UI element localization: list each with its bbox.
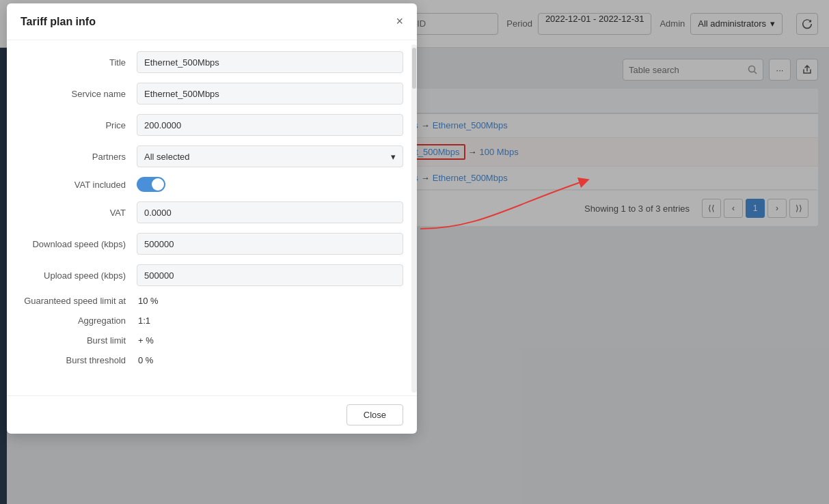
download-speed-input[interactable] (137, 233, 403, 255)
burst-threshold-label: Burst threshold (21, 355, 137, 365)
close-button[interactable]: Close (346, 404, 403, 425)
burst-limit-label: Burst limit (21, 335, 137, 346)
price-input[interactable] (137, 114, 403, 136)
field-upload-speed: Upload speed (kbps) (21, 264, 403, 286)
modal-header: Tariff plan info × (7, 3, 417, 40)
scroll-track (411, 44, 417, 393)
field-burst-limit: Burst limit + % (21, 335, 403, 346)
title-input[interactable] (137, 51, 403, 73)
download-speed-label: Download speed (kbps) (21, 239, 137, 249)
chevron-down-icon: ▾ (391, 152, 396, 162)
guaranteed-speed-label: Guaranteed speed limit at (21, 296, 137, 306)
service-name-label: Service name (21, 89, 137, 99)
field-burst-threshold: Burst threshold 0 % (21, 355, 403, 365)
aggregation-label: Aggregation (21, 316, 137, 326)
modal-title: Tariff plan info (21, 16, 96, 28)
partners-label: Partners (21, 152, 137, 162)
upload-speed-input[interactable] (137, 264, 403, 286)
vat-toggle[interactable] (137, 177, 165, 192)
vat-included-label: VAT included (21, 180, 137, 190)
vat-label: VAT (21, 208, 137, 218)
upload-speed-label: Upload speed (kbps) (21, 270, 137, 281)
field-aggregation: Aggregation 1:1 (21, 316, 403, 326)
service-name-input[interactable] (137, 83, 403, 104)
modal-body: Title Service name Price Partners All se… (7, 40, 417, 395)
burst-limit-value: + % (137, 335, 403, 346)
aggregation-value: 1:1 (137, 316, 403, 326)
modal-footer: Close (7, 395, 417, 434)
guaranteed-speed-value: 10 % (137, 296, 403, 306)
field-partners: Partners All selected ▾ (21, 145, 403, 167)
partners-select[interactable]: All selected ▾ (137, 145, 403, 167)
field-title: Title (21, 51, 403, 73)
scroll-thumb[interactable] (412, 48, 416, 89)
field-vat-included: VAT included (21, 177, 403, 192)
title-label: Title (21, 57, 137, 68)
field-download-speed: Download speed (kbps) (21, 233, 403, 255)
partners-value: All selected (144, 152, 189, 162)
burst-threshold-value: 0 % (137, 355, 403, 365)
field-guaranteed-speed: Guaranteed speed limit at 10 % (21, 296, 403, 306)
tariff-plan-modal: Tariff plan info × Title Service name Pr… (7, 3, 417, 434)
field-price: Price (21, 114, 403, 136)
price-label: Price (21, 120, 137, 130)
modal-close-button[interactable]: × (396, 14, 403, 29)
vat-input[interactable] (137, 201, 403, 223)
field-service-name: Service name (21, 83, 403, 104)
field-vat: VAT (21, 201, 403, 223)
